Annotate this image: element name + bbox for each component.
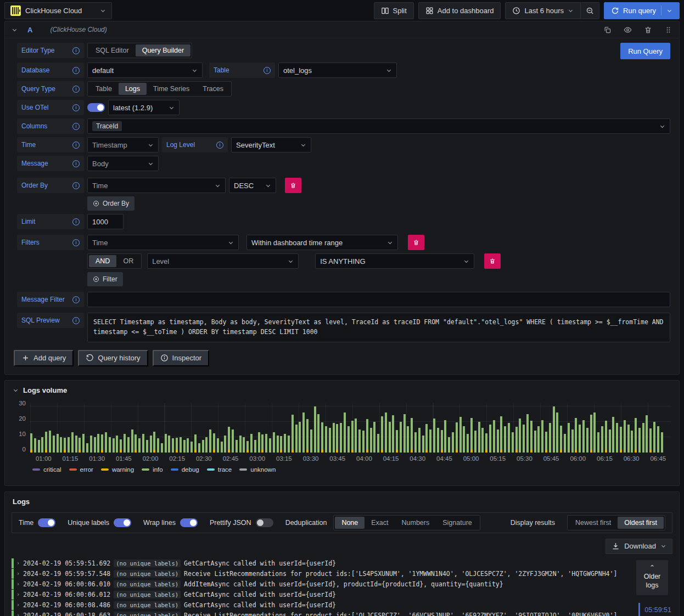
- database-select[interactable]: default: [87, 63, 203, 78]
- log-row[interactable]: ›2024-02-19 05:59:57.548(no unique label…: [12, 569, 672, 579]
- volume-bar: [325, 426, 327, 453]
- info-icon[interactable]: i: [72, 218, 80, 225]
- info-icon[interactable]: i: [72, 239, 80, 246]
- filter1-operator-select[interactable]: Within dashboard time range: [246, 235, 398, 250]
- chevron-down-icon: [666, 8, 672, 14]
- volume-bar: [478, 422, 480, 453]
- info-icon[interactable]: i: [72, 160, 80, 167]
- collapse-chevron-icon[interactable]: [13, 387, 19, 393]
- query-history-button[interactable]: Query history: [78, 350, 148, 366]
- limit-input[interactable]: 1000: [87, 214, 124, 229]
- volume-bar: [646, 415, 648, 452]
- query-type-option-traces[interactable]: Traces: [196, 83, 230, 95]
- info-icon[interactable]: i: [263, 67, 271, 74]
- editor-type-option-query-builder[interactable]: Query Builder: [136, 44, 190, 56]
- legend-item-error[interactable]: error: [69, 466, 93, 473]
- table-select[interactable]: otel_logs: [278, 63, 397, 78]
- legend-item-debug[interactable]: debug: [171, 466, 199, 473]
- info-icon[interactable]: i: [72, 142, 80, 149]
- x-tick-label: 06:30: [618, 455, 645, 462]
- volume-bar: [41, 437, 43, 453]
- zoom-out-button[interactable]: [581, 2, 599, 19]
- columns-multiselect[interactable]: TraceId: [87, 118, 670, 134]
- info-icon[interactable]: i: [72, 67, 80, 74]
- scroll-indicator[interactable]: [638, 603, 640, 616]
- dedup-option-signature[interactable]: Signature: [436, 517, 479, 529]
- datasource-picker[interactable]: ClickHouse Cloud: [4, 2, 112, 19]
- add-order-by-button[interactable]: Order By: [87, 196, 134, 211]
- split-button[interactable]: Split: [374, 2, 414, 19]
- info-icon[interactable]: i: [72, 86, 80, 93]
- editor-type-option-sql-editor[interactable]: SQL Editor: [89, 44, 136, 56]
- order-direction-select[interactable]: DESC: [229, 178, 276, 193]
- log-row[interactable]: ›2024-02-19 06:00:06.012(no unique label…: [12, 590, 672, 600]
- time-toggle[interactable]: [38, 518, 55, 527]
- collapse-chevron-icon[interactable]: [12, 27, 18, 33]
- wrap-lines-toggle[interactable]: [180, 518, 198, 527]
- older-logs-button[interactable]: ⌃ Older logs: [636, 560, 668, 595]
- display-option-oldest-first[interactable]: Oldest first: [618, 517, 664, 529]
- query-row-header[interactable]: A (ClickHouse Cloud): [5, 21, 679, 38]
- volume-bar: [45, 432, 47, 453]
- sql-preview-text: SELECT Timestamp as timestamp, Body as b…: [87, 313, 670, 342]
- column-chip[interactable]: TraceId: [92, 121, 122, 131]
- log-row[interactable]: ›2024-02-19 05:59:51.692(no unique label…: [12, 558, 672, 569]
- volume-bar: [53, 436, 55, 453]
- query-type-option-time-series[interactable]: Time Series: [147, 83, 196, 95]
- delete-query-icon[interactable]: [644, 26, 652, 34]
- unique-labels-toggle[interactable]: [114, 518, 131, 527]
- info-icon[interactable]: i: [72, 317, 80, 324]
- legend-item-info[interactable]: info: [142, 466, 163, 473]
- hide-query-icon[interactable]: [624, 26, 632, 34]
- query-type-option-table[interactable]: Table: [89, 83, 119, 95]
- add-query-button[interactable]: Add query: [14, 350, 74, 366]
- info-icon[interactable]: i: [216, 142, 223, 149]
- log-row[interactable]: ›2024-02-19 06:00:06.010(no unique label…: [12, 579, 672, 590]
- info-icon[interactable]: i: [72, 296, 80, 303]
- filter2-operator-select[interactable]: IS ANYTHING: [315, 253, 474, 269]
- log-level-column-select[interactable]: SeverityText: [231, 137, 311, 152]
- order-by-field-select[interactable]: Time: [87, 178, 226, 193]
- remove-filter1-button[interactable]: [408, 235, 424, 250]
- dedup-option-numbers[interactable]: Numbers: [395, 517, 436, 529]
- bool-operator-option-and[interactable]: AND: [89, 255, 116, 267]
- time-range-picker[interactable]: Last 6 hours: [505, 2, 581, 19]
- run-query-form-button[interactable]: Run Query: [620, 43, 670, 59]
- download-button[interactable]: Download: [605, 539, 672, 554]
- legend-item-critical[interactable]: critical: [32, 466, 61, 473]
- bool-operator-option-or[interactable]: OR: [116, 255, 140, 267]
- legend-item-unknown[interactable]: unknown: [239, 466, 276, 473]
- volume-bar: [336, 424, 338, 453]
- filter1-field-select[interactable]: Time: [87, 235, 239, 250]
- remove-order-by-button[interactable]: [285, 178, 301, 193]
- run-query-button[interactable]: Run query: [604, 2, 680, 19]
- volume-bar: [329, 428, 331, 453]
- volume-bar: [418, 428, 421, 453]
- query-type-option-logs[interactable]: Logs: [119, 83, 147, 95]
- x-tick-label: 01:45: [110, 455, 137, 462]
- info-icon[interactable]: i: [72, 182, 80, 189]
- filter2-field-select[interactable]: Level: [147, 253, 299, 269]
- duplicate-query-icon[interactable]: [603, 26, 612, 34]
- add-filter-button[interactable]: Filter: [87, 272, 123, 286]
- info-icon[interactable]: i: [72, 123, 80, 130]
- legend-item-trace[interactable]: trace: [207, 466, 232, 473]
- display-option-newest-first[interactable]: Newest first: [569, 517, 618, 529]
- time-column-select[interactable]: Timestamp: [87, 137, 159, 152]
- legend-item-warning[interactable]: warning: [101, 466, 134, 473]
- log-row[interactable]: ›2024-02-19 06:00:18.663(no unique label…: [12, 611, 672, 616]
- message-column-select[interactable]: Body: [87, 156, 159, 171]
- info-icon[interactable]: i: [72, 104, 80, 111]
- info-icon[interactable]: i: [72, 47, 80, 54]
- prettify-json-toggle[interactable]: [256, 518, 273, 527]
- drag-handle-icon[interactable]: [664, 26, 672, 34]
- dedup-option-none[interactable]: None: [335, 517, 365, 529]
- message-filter-input[interactable]: [87, 292, 670, 307]
- use-otel-toggle[interactable]: [87, 103, 105, 112]
- otel-version-select[interactable]: latest (1.2.9): [108, 100, 180, 115]
- dedup-option-exact[interactable]: Exact: [365, 517, 395, 529]
- add-to-dashboard-button[interactable]: Add to dashboard: [418, 2, 501, 19]
- inspector-button[interactable]: Inspector: [153, 350, 209, 366]
- remove-filter2-button[interactable]: [484, 253, 501, 269]
- log-row[interactable]: ›2024-02-19 06:00:08.486(no unique label…: [12, 600, 672, 611]
